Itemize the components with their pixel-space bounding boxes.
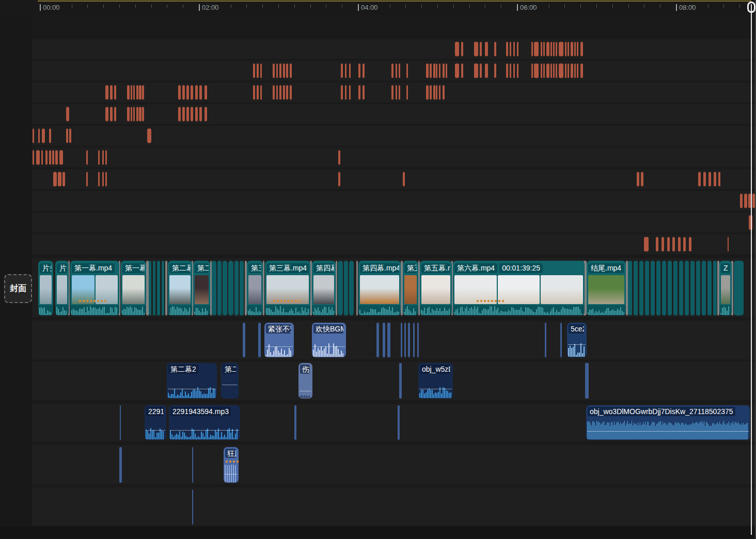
subtitle-clip[interactable] (358, 64, 360, 78)
audio-clip-fragment[interactable] (192, 447, 193, 483)
audio-clip-fragment[interactable] (120, 405, 121, 440)
video-clip-fragment[interactable] (217, 261, 222, 315)
subtitle-clip[interactable] (114, 85, 116, 100)
subtitle-clip[interactable] (433, 85, 435, 100)
subtitle-clip[interactable] (568, 64, 569, 78)
audio-clip[interactable]: 2291943594.mp3 (145, 405, 166, 440)
subtitle-clip[interactable] (345, 85, 346, 100)
subtitle-clip[interactable] (550, 64, 552, 78)
playhead-handle[interactable] (747, 2, 755, 13)
subtitle-clip[interactable] (136, 85, 138, 100)
subtitle-clip[interactable] (433, 64, 435, 78)
video-clip-fragment[interactable] (344, 261, 348, 315)
video-clip-fragment[interactable] (656, 261, 660, 315)
video-clip[interactable]: 第三幕.mp4 (265, 261, 310, 315)
subtitle-clip[interactable] (571, 64, 573, 78)
subtitle-clip[interactable] (199, 107, 202, 121)
subtitle-clip[interactable] (204, 107, 207, 121)
video-clip-fragment[interactable] (162, 261, 164, 315)
audio-clip-fragment[interactable] (545, 323, 546, 357)
subtitle-clip[interactable] (580, 42, 583, 56)
audio-clip-fragment[interactable] (192, 489, 193, 525)
video-clip-fragment[interactable] (223, 261, 227, 315)
subtitle-clip[interactable] (55, 150, 58, 165)
subtitle-clip[interactable] (426, 64, 429, 78)
subtitle-clip[interactable] (517, 64, 518, 78)
subtitle-clip[interactable] (391, 85, 393, 100)
video-clip-fragment[interactable] (645, 261, 649, 315)
subtitle-clip[interactable] (506, 42, 508, 56)
subtitle-clip[interactable] (338, 172, 340, 186)
subtitle-clip[interactable] (139, 85, 141, 100)
subtitle-clip[interactable] (455, 64, 459, 78)
subtitle-clip[interactable] (396, 85, 397, 100)
playhead-line[interactable] (751, 4, 752, 535)
subtitle-clip[interactable] (580, 64, 583, 78)
video-clip-fragment[interactable] (149, 261, 151, 315)
video-clip-fragment[interactable] (240, 261, 244, 315)
subtitle-clip[interactable] (279, 64, 281, 78)
audio-clip[interactable]: 伤感 (298, 363, 312, 399)
subtitle-clip[interactable] (191, 85, 193, 100)
subtitle-clip[interactable] (510, 64, 511, 78)
subtitle-clip[interactable] (559, 42, 563, 56)
subtitle-clip[interactable] (286, 64, 288, 78)
subtitle-clip[interactable] (430, 64, 432, 78)
video-clip-fragment[interactable] (228, 261, 233, 315)
video-clip-fragment[interactable] (702, 261, 706, 315)
audio-clip-fragment[interactable] (408, 323, 410, 357)
subtitle-clip[interactable] (565, 42, 566, 56)
subtitle-clip[interactable] (341, 64, 343, 78)
subtitle-clip[interactable] (33, 129, 34, 143)
video-clip-fragment[interactable] (707, 261, 712, 315)
audio-clip[interactable]: 第二幕2 (167, 363, 217, 399)
video-clip-fragment[interactable] (212, 261, 216, 315)
subtitle-clip[interactable] (678, 237, 681, 251)
subtitle-clip[interactable] (257, 64, 259, 78)
video-clip-fragment[interactable] (713, 261, 717, 315)
subtitle-clip[interactable] (53, 172, 57, 186)
subtitle-clip[interactable] (358, 85, 360, 100)
timeline-ruler[interactable]: 00:0002:0004:0006:0008:00 (0, 0, 756, 15)
video-clip[interactable]: 第五幕 (403, 261, 418, 315)
subtitle-clip[interactable] (485, 42, 488, 56)
subtitle-clip[interactable] (142, 85, 144, 100)
audio-clip[interactable]: obj_wo3DlMOGwrbDjj7DisKw_27118502375 (586, 405, 750, 440)
subtitle-clip[interactable] (139, 107, 141, 121)
subtitle-clip[interactable] (102, 150, 104, 165)
video-clip-fragment[interactable] (696, 261, 700, 315)
subtitle-clip[interactable] (42, 129, 45, 143)
subtitle-clip[interactable] (577, 64, 578, 78)
subtitle-clip[interactable] (480, 42, 482, 56)
video-clip[interactable]: 第二幕.mp4 (168, 261, 192, 315)
cover-button[interactable]: 封面 (4, 274, 32, 303)
subtitle-clip[interactable] (131, 107, 132, 121)
video-clip-fragment[interactable] (157, 261, 160, 315)
subtitle-clip[interactable] (406, 64, 408, 78)
subtitle-clip[interactable] (556, 64, 557, 78)
subtitle-clip[interactable] (571, 42, 573, 56)
subtitle-clip[interactable] (195, 107, 198, 121)
video-clip[interactable]: 第三幕 (247, 261, 263, 315)
video-clip[interactable]: 片头 (38, 261, 53, 315)
subtitle-clip[interactable] (363, 64, 365, 78)
subtitle-clip[interactable] (127, 85, 130, 100)
subtitle-clip[interactable] (517, 42, 518, 56)
subtitle-clip[interactable] (426, 85, 429, 100)
subtitle-clip[interactable] (708, 172, 711, 186)
subtitle-clip[interactable] (574, 42, 576, 56)
subtitle-clip[interactable] (133, 107, 135, 121)
video-clip[interactable]: 片头 (55, 261, 69, 315)
audio-clip-fragment[interactable] (404, 323, 406, 357)
subtitle-clip[interactable] (513, 42, 515, 56)
subtitle-clip[interactable] (396, 64, 397, 78)
subtitle-clip[interactable] (276, 64, 278, 78)
video-clip[interactable]: 第六幕.mp400:01:39:25 (453, 261, 585, 315)
subtitle-clip[interactable] (443, 64, 445, 78)
subtitle-clip[interactable] (703, 172, 706, 186)
subtitle-clip[interactable] (637, 172, 639, 186)
audio-clip-fragment[interactable] (398, 405, 400, 440)
subtitle-clip[interactable] (744, 194, 747, 208)
subtitle-clip[interactable] (550, 42, 552, 56)
subtitle-clip[interactable] (443, 85, 445, 100)
